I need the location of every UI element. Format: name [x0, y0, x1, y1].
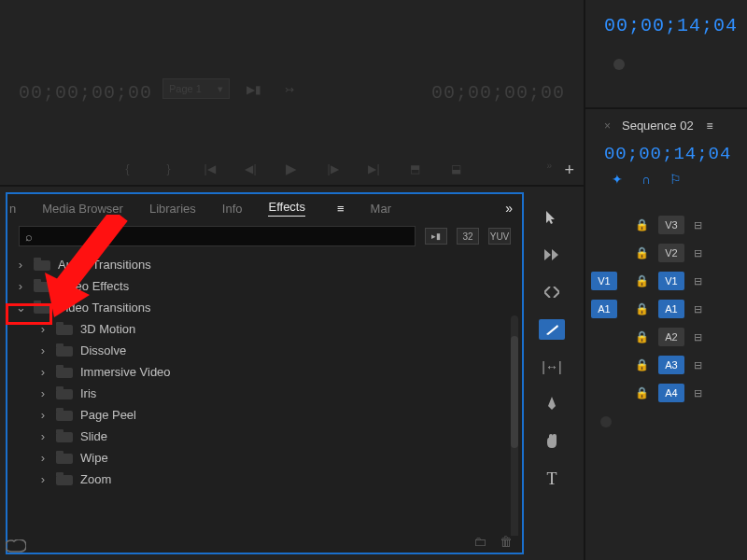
- track-v2[interactable]: 🔒 V2 ⊟: [585, 239, 747, 267]
- tree-item-video-effects[interactable]: › Video Effects: [11, 275, 522, 297]
- snap-icon[interactable]: ∩: [641, 172, 651, 187]
- chevron-right-icon[interactable]: ›: [37, 408, 49, 422]
- add-button-icon[interactable]: +: [564, 161, 574, 180]
- accelerated-filter-icon[interactable]: ▸▮: [425, 228, 447, 245]
- lock-icon[interactable]: 🔒: [632, 246, 653, 259]
- tree-item-slide[interactable]: › Slide: [11, 426, 522, 447]
- track-label[interactable]: A1: [658, 300, 684, 318]
- track-v1[interactable]: V1 🔒 V1 ⊟: [585, 267, 747, 295]
- pen-tool-icon[interactable]: [539, 394, 565, 414]
- 32bit-filter-icon[interactable]: 32: [457, 228, 479, 245]
- tree-item-page-peel[interactable]: › Page Peel: [11, 404, 522, 426]
- track-a4[interactable]: 🔒 A4 ⊟: [585, 379, 747, 407]
- track-a3[interactable]: 🔒 A3 ⊟: [585, 351, 747, 379]
- track-output-icon[interactable]: ⊟: [690, 303, 707, 315]
- track-label[interactable]: V2: [658, 244, 684, 262]
- lock-icon[interactable]: 🔒: [632, 218, 653, 231]
- selection-tool-icon[interactable]: [539, 207, 565, 228]
- tab-media-browser[interactable]: Media Browser: [42, 202, 123, 216]
- tree-item-wipe[interactable]: › Wipe: [11, 447, 522, 469]
- chevron-right-icon[interactable]: ›: [37, 386, 49, 400]
- panel-menu-icon[interactable]: ≡: [707, 119, 713, 133]
- mark-out-icon[interactable]: }: [160, 161, 176, 177]
- source-patch-v1[interactable]: V1: [591, 272, 617, 290]
- tree-item-video-transitions[interactable]: ⌄ Video Transitions: [11, 297, 522, 318]
- tree-item-iris[interactable]: › Iris: [11, 383, 522, 404]
- creative-cloud-icon[interactable]: [6, 539, 26, 556]
- tab-effects[interactable]: Effects: [268, 200, 305, 217]
- tree-item-dissolve[interactable]: › Dissolve: [11, 340, 522, 361]
- lift-icon[interactable]: ⬒: [406, 161, 423, 177]
- playhead-icon[interactable]: [613, 59, 625, 70]
- go-to-out-icon[interactable]: ▶|: [365, 161, 382, 177]
- chevron-right-icon[interactable]: ›: [37, 365, 49, 379]
- yuv-filter-icon[interactable]: YUV: [488, 228, 511, 245]
- chevron-right-icon[interactable]: ›: [37, 343, 49, 357]
- search-input-wrapper[interactable]: ⌕: [19, 226, 416, 246]
- tab-info[interactable]: Info: [222, 202, 243, 216]
- ripple-edit-tool-icon[interactable]: [539, 282, 565, 302]
- new-bin-icon[interactable]: 🗀: [473, 534, 486, 549]
- type-tool-icon[interactable]: T: [539, 469, 565, 489]
- track-label[interactable]: V3: [658, 216, 684, 234]
- page-select-dropdown[interactable]: Page 1 ▾: [162, 78, 230, 99]
- scrollbar-thumb[interactable]: [511, 336, 518, 448]
- lock-icon[interactable]: 🔒: [632, 274, 653, 287]
- search-input[interactable]: [38, 230, 409, 244]
- track-v3[interactable]: 🔒 V3 ⊟: [585, 211, 747, 239]
- zoom-scroll-handle[interactable]: [600, 416, 612, 427]
- nest-icon[interactable]: ✦: [612, 172, 623, 187]
- track-label[interactable]: A4: [658, 384, 684, 402]
- time-ruler[interactable]: [604, 49, 738, 61]
- play-icon[interactable]: ▶: [283, 161, 300, 177]
- panel-menu-icon[interactable]: ≡: [337, 202, 345, 216]
- go-to-in-icon[interactable]: |◀: [201, 161, 218, 177]
- hand-tool-icon[interactable]: [539, 431, 565, 452]
- tree-item-3d-motion[interactable]: › 3D Motion: [11, 318, 522, 340]
- tree-item-immersive-video[interactable]: › Immersive Video: [11, 361, 522, 383]
- track-output-icon[interactable]: ⊟: [690, 275, 707, 287]
- close-icon[interactable]: ×: [604, 119, 611, 133]
- track-label[interactable]: A3: [658, 356, 684, 374]
- tab-first-partial[interactable]: n: [9, 202, 16, 216]
- lock-icon[interactable]: 🔒: [632, 386, 653, 399]
- mark-in-icon[interactable]: {: [119, 161, 135, 177]
- source-patch-a1[interactable]: A1: [591, 300, 617, 318]
- tab-overflow-icon[interactable]: »: [505, 201, 513, 216]
- track-output-icon[interactable]: ⊟: [690, 219, 707, 231]
- chevron-down-icon[interactable]: ⌄: [15, 301, 26, 315]
- linked-selection-icon[interactable]: ⚐: [669, 172, 682, 187]
- track-output-icon[interactable]: ⊟: [690, 359, 707, 371]
- lock-icon[interactable]: 🔒: [632, 302, 653, 315]
- track-label[interactable]: A2: [658, 328, 684, 346]
- tree-item-audio-transitions[interactable]: › Audio Transitions: [11, 254, 522, 275]
- lock-icon[interactable]: 🔒: [632, 358, 653, 371]
- slip-tool-icon[interactable]: |↔|: [539, 357, 565, 377]
- track-label[interactable]: V1: [658, 272, 684, 290]
- tree-item-zoom[interactable]: › Zoom: [11, 469, 522, 490]
- extract-icon[interactable]: ⬓: [447, 161, 464, 177]
- chevron-right-icon[interactable]: ›: [37, 322, 49, 336]
- razor-tool-icon[interactable]: [539, 319, 565, 340]
- chevron-right-icon[interactable]: ›: [37, 472, 49, 486]
- track-output-icon[interactable]: ⊟: [690, 387, 707, 399]
- step-back-icon[interactable]: ◀|: [242, 161, 259, 177]
- track-select-tool-icon[interactable]: [539, 245, 565, 265]
- tab-markers-partial[interactable]: Mar: [371, 202, 391, 216]
- lock-icon[interactable]: 🔒: [632, 330, 653, 343]
- step-forward-icon[interactable]: |▶: [324, 161, 341, 177]
- chevron-right-icon[interactable]: ›: [37, 451, 49, 465]
- track-a1[interactable]: A1 🔒 A1 ⊟: [585, 295, 747, 323]
- sequence-title[interactable]: Sequence 02: [622, 119, 694, 133]
- track-a2[interactable]: 🔒 A2 ⊟: [585, 323, 747, 351]
- chevron-right-icon[interactable]: ›: [37, 429, 49, 443]
- overflow-chevron-icon[interactable]: »: [546, 161, 552, 171]
- track-output-icon[interactable]: ⊟: [690, 331, 707, 343]
- chevron-right-icon[interactable]: ›: [15, 258, 26, 272]
- play-in-out-icon[interactable]: ▶▮: [245, 82, 263, 97]
- insert-icon[interactable]: ↣: [280, 82, 299, 97]
- delete-icon[interactable]: 🗑: [500, 534, 513, 549]
- chevron-right-icon[interactable]: ›: [15, 279, 26, 293]
- scrollbar[interactable]: [511, 315, 518, 536]
- tab-libraries[interactable]: Libraries: [149, 202, 196, 216]
